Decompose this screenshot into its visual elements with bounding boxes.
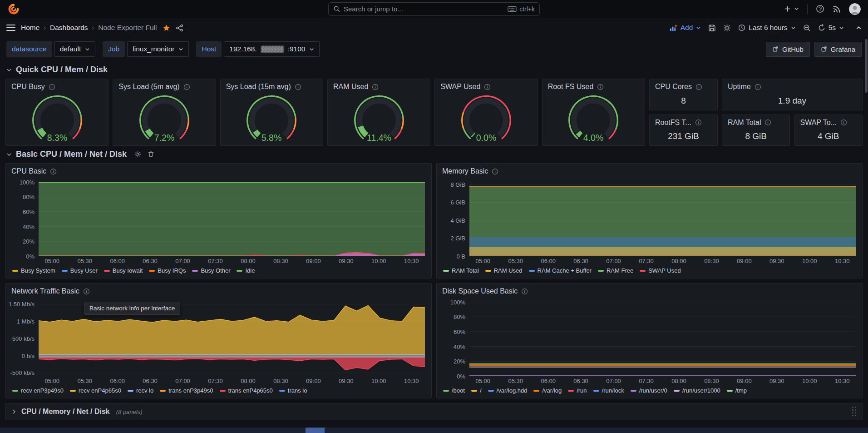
info-icon[interactable] bbox=[492, 168, 498, 175]
panel-title-bar: Network Traffic Basic bbox=[6, 284, 431, 296]
user-avatar[interactable] bbox=[849, 3, 861, 15]
legend-item[interactable]: /boot bbox=[443, 387, 465, 394]
info-icon[interactable] bbox=[372, 84, 379, 90]
info-icon[interactable] bbox=[183, 84, 190, 90]
x-axis-label: 10:30 bbox=[404, 258, 419, 264]
panel-title[interactable]: SWAP Used bbox=[440, 83, 480, 91]
row-settings-gear-icon[interactable] bbox=[134, 151, 141, 158]
breadcrumb-dashboards[interactable]: Dashboards bbox=[50, 24, 88, 32]
host-select[interactable]: 192.168.:9100 bbox=[224, 41, 320, 57]
row-quick-cpu-mem-disk[interactable]: Quick CPU / Mem / Disk bbox=[0, 61, 868, 79]
legend-item[interactable]: Idle bbox=[237, 267, 255, 274]
legend-item[interactable]: /var/log.hdd bbox=[488, 387, 528, 394]
breadcrumb-home[interactable]: Home bbox=[21, 24, 39, 32]
legend-item[interactable]: RAM Free bbox=[598, 267, 633, 274]
collapse-toolbar-chevron-icon[interactable] bbox=[856, 25, 862, 31]
legend-label: /tmp bbox=[735, 387, 747, 394]
panel-title[interactable]: SWAP To... bbox=[800, 119, 837, 127]
menu-toggle-icon[interactable] bbox=[6, 25, 15, 31]
datasource-select[interactable]: default bbox=[54, 41, 96, 57]
refresh-control[interactable]: 5s bbox=[818, 24, 844, 32]
legend-item[interactable]: recv enP3p49s0 bbox=[12, 387, 64, 394]
gauge-value: 5.8% bbox=[261, 133, 282, 143]
legend-item[interactable]: RAM Total bbox=[443, 267, 479, 274]
panel-title[interactable]: RAM Total bbox=[728, 119, 761, 127]
info-icon[interactable] bbox=[50, 168, 57, 175]
panel-title[interactable]: Network Traffic Basic bbox=[11, 287, 79, 295]
x-axis-label: 08:30 bbox=[704, 378, 719, 384]
gauge-value: 7.2% bbox=[154, 133, 175, 143]
y-axis: -500 kb/s0 b/s500 kb/s1 Mb/s1.50 Mb/s bbox=[10, 299, 39, 376]
legend-item[interactable]: / bbox=[471, 387, 482, 394]
news-rss-icon[interactable] bbox=[833, 5, 841, 13]
info-icon[interactable] bbox=[755, 84, 761, 90]
legend-item[interactable]: Busy IRQs bbox=[149, 267, 186, 274]
info-icon[interactable] bbox=[83, 288, 90, 295]
row-basic-cpu-mem-net-disk[interactable]: Basic CPU / Mem / Net / Disk bbox=[0, 146, 868, 163]
panel-title[interactable]: Sys Load (5m avg) bbox=[118, 83, 179, 91]
row-drag-handle[interactable] bbox=[852, 407, 857, 417]
legend-item[interactable]: Busy Other bbox=[192, 267, 230, 274]
legend-item[interactable]: recv lo bbox=[128, 387, 153, 394]
info-icon[interactable] bbox=[695, 119, 702, 126]
legend-item[interactable]: recv enP4p65s0 bbox=[70, 387, 121, 394]
legend-item[interactable]: trans lo bbox=[279, 387, 307, 394]
info-icon[interactable] bbox=[695, 84, 702, 90]
legend-item[interactable]: /tmp bbox=[727, 387, 747, 394]
panel-title[interactable]: Disk Space Used Basic bbox=[442, 287, 518, 295]
panel-title[interactable]: Uptime bbox=[728, 83, 751, 91]
grafana-link-button[interactable]: Grafana bbox=[814, 42, 862, 57]
grafana-logo[interactable] bbox=[7, 3, 20, 15]
legend-item[interactable]: Busy User bbox=[62, 267, 98, 274]
y-axis-label: 8 GiB bbox=[450, 181, 465, 188]
search-input[interactable] bbox=[344, 5, 504, 13]
time-range-picker[interactable]: Last 6 hours bbox=[738, 24, 795, 32]
job-select[interactable]: linux_monitor bbox=[127, 41, 189, 57]
legend-item[interactable]: trans enP3p49s0 bbox=[160, 387, 213, 394]
y-axis: 0%20%40%60%80%100% bbox=[440, 299, 469, 376]
add-panel-button[interactable]: Add bbox=[670, 24, 701, 32]
x-axis-label: 05:30 bbox=[508, 258, 523, 264]
legend-item[interactable]: RAM Used bbox=[485, 267, 523, 274]
panel-title[interactable]: Memory Basic bbox=[442, 167, 488, 175]
info-icon[interactable] bbox=[521, 288, 528, 295]
legend-item[interactable]: trans enP4p65s0 bbox=[220, 387, 273, 394]
share-icon[interactable] bbox=[176, 24, 183, 32]
settings-gear-icon[interactable] bbox=[723, 24, 731, 32]
help-icon[interactable] bbox=[816, 5, 824, 13]
panel-title[interactable]: RAM Used bbox=[333, 83, 368, 91]
info-icon[interactable] bbox=[840, 119, 847, 126]
row-cpu-memory-net-disk-collapsed[interactable]: CPU / Memory / Net / Disk (8 panels) bbox=[5, 403, 863, 420]
chevron-down-icon bbox=[6, 67, 12, 73]
new-button[interactable] bbox=[784, 5, 799, 12]
legend-item[interactable]: /run bbox=[568, 387, 587, 394]
panel-title[interactable]: CPU Basic bbox=[11, 167, 46, 175]
search-bar[interactable]: ctrl+k bbox=[328, 2, 540, 16]
panel-title[interactable]: CPU Cores bbox=[655, 83, 692, 91]
legend-item[interactable]: /run/user/0 bbox=[631, 387, 667, 394]
favorite-star-icon[interactable] bbox=[163, 24, 170, 32]
info-icon[interactable] bbox=[764, 119, 771, 126]
panel-title[interactable]: RootFS T... bbox=[655, 119, 691, 127]
row-delete-trash-icon[interactable] bbox=[148, 151, 154, 158]
legend-item[interactable]: SWAP Used bbox=[640, 267, 681, 274]
save-icon[interactable] bbox=[708, 24, 716, 32]
legend-item[interactable]: /run/user/1000 bbox=[674, 387, 720, 394]
info-icon[interactable] bbox=[484, 84, 491, 90]
panel-title[interactable]: Root FS Used bbox=[548, 83, 593, 91]
info-icon[interactable] bbox=[597, 84, 604, 90]
info-icon[interactable] bbox=[49, 84, 55, 90]
panel-title[interactable]: CPU Busy bbox=[11, 83, 45, 91]
info-icon[interactable] bbox=[295, 84, 301, 90]
x-axis-label: 05:00 bbox=[476, 258, 491, 264]
github-link-button[interactable]: GitHub bbox=[766, 42, 810, 57]
legend-item[interactable]: RAM Cache + Buffer bbox=[529, 267, 592, 274]
panel-title[interactable]: Sys Load (15m avg) bbox=[226, 83, 291, 91]
legend-item[interactable]: /var/log bbox=[533, 387, 562, 394]
legend-item[interactable]: Busy System bbox=[12, 267, 55, 274]
legend-item[interactable]: Busy Iowait bbox=[104, 267, 143, 274]
scrollbar-thumb[interactable] bbox=[865, 39, 868, 93]
legend-item[interactable]: /run/lock bbox=[593, 387, 624, 394]
zoom-out-icon[interactable] bbox=[803, 24, 811, 32]
collapsed-row-title: CPU / Memory / Net / Disk bbox=[21, 408, 110, 416]
